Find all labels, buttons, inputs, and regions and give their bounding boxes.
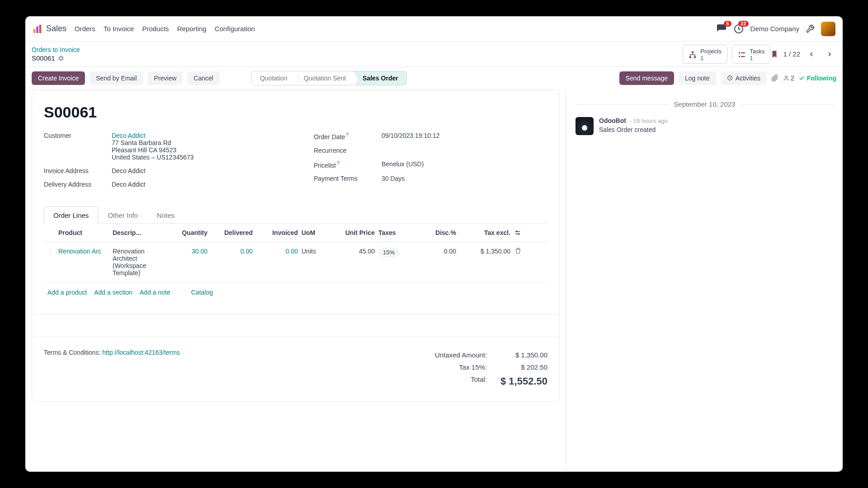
tab-notes[interactable]: Notes [147,206,184,224]
log-note-button[interactable]: Log note [679,71,716,85]
col-taxes[interactable]: Taxes [375,229,411,236]
nav-reporting[interactable]: Reporting [177,25,207,33]
attachment-icon[interactable] [771,75,778,82]
messages-badge: 5 [724,21,731,27]
pricelist-value[interactable]: Benelux (USD) [382,160,547,168]
svg-rect-6 [694,56,696,58]
help-icon[interactable]: ? [337,160,340,166]
status-sales-order[interactable]: Sales Order [354,71,406,85]
invoice-address-value[interactable]: Deco Addict [112,167,278,174]
col-delivered[interactable]: Delivered [208,229,253,236]
stat-tasks[interactable]: Tasks 1 [732,45,770,64]
col-uom[interactable]: UoM [298,229,330,236]
check-icon [799,75,805,81]
following-button[interactable]: Following [799,75,836,82]
status-quotation[interactable]: Quotation [252,71,296,85]
debug-icon[interactable] [806,24,815,33]
terms-link[interactable]: http://localhost:42163/terms [102,349,180,356]
col-description[interactable]: Descrip... [113,229,158,236]
add-note-link[interactable]: Add a note [140,289,170,296]
followers-count[interactable]: 2 [783,75,794,82]
gear-icon[interactable] [58,55,64,61]
col-unit-price[interactable]: Unit Price [330,229,375,236]
svg-rect-7 [739,52,740,53]
line-unit-price[interactable]: 45.00 [330,248,375,255]
line-uom[interactable]: Units [298,248,330,255]
help-icon[interactable]: ? [346,132,349,137]
chatter-date: September 10, 2023 [576,100,834,108]
activities-badge: 22 [738,21,748,27]
col-discount[interactable]: Disc.% [411,229,456,236]
catalog-link[interactable]: Catalog [191,289,213,296]
col-tax-excl[interactable]: Tax excl. [456,229,510,236]
order-line-row[interactable]: ⋮⋮ Renovation Arc Renovation Architect (… [44,242,547,282]
svg-rect-2 [39,24,42,33]
company-switcher[interactable]: Demo Company [750,25,799,33]
svg-point-15 [516,231,518,232]
preview-button[interactable]: Preview [148,71,183,85]
tab-order-lines[interactable]: Order Lines [44,206,98,224]
svg-rect-10 [741,56,745,57]
recurrence-label: Recurrence [314,147,382,154]
chevron-left-icon [808,51,815,58]
nav-configuration[interactable]: Configuration [215,25,255,33]
messages-icon[interactable]: 5 [716,23,727,34]
bookmark-icon[interactable] [770,50,778,59]
payment-terms-value[interactable]: 30 Days [382,175,547,182]
invoice-address-label: Invoice Address [44,167,112,174]
add-section-link[interactable]: Add a section [94,289,132,296]
customer-addr2: Pleasant Hill CA 94523 [112,146,278,154]
tab-other-info[interactable]: Other Info [98,206,147,224]
top-nav: Sales Orders To Invoice Products Reporti… [25,16,843,42]
pager-text[interactable]: 1 / 22 [783,50,800,58]
message-time: - 19 hours ago [630,117,668,124]
customer-label: Customer [44,132,112,139]
col-product[interactable]: Product [58,229,113,236]
line-tax-pill[interactable]: 15% [378,248,399,257]
activities-button[interactable]: Activities [721,71,767,85]
app-title[interactable]: Sales [46,24,66,33]
nav-to-invoice[interactable]: To Invoice [104,25,134,33]
line-delivered[interactable]: 0.00 [208,248,253,255]
nav-products[interactable]: Products [142,25,169,33]
payment-terms-label: Payment Terms [314,175,382,182]
line-quantity[interactable]: 30.00 [158,248,208,255]
svg-rect-0 [33,29,36,33]
message-author[interactable]: OdooBot [599,117,626,124]
send-email-button[interactable]: Send by Email [90,71,143,85]
total-value: $ 1,552.50 [498,375,547,387]
stat-projects[interactable]: Projects 1 [683,45,727,64]
col-invoiced[interactable]: Invoiced [253,229,298,236]
line-invoiced[interactable]: 0.00 [253,248,298,255]
create-invoice-button[interactable]: Create Invoice [32,71,85,85]
columns-settings-icon[interactable] [514,229,521,236]
order-date-value[interactable]: 09/10/2023 19:10:12 [382,132,547,139]
breadcrumb-parent[interactable]: Orders to Invoice [32,46,683,53]
send-message-button[interactable]: Send message [619,71,674,85]
tasks-icon [738,51,746,59]
delivery-address-value[interactable]: Deco Addict [112,181,278,188]
svg-point-12 [785,76,788,78]
line-product[interactable]: Renovation Arc [58,248,113,255]
add-product-link[interactable]: Add a product [47,289,87,296]
message-body: Sales Order created [599,126,668,133]
sitemap-icon [689,51,697,59]
drag-handle-icon[interactable]: ⋮⋮ [47,248,58,255]
activities-icon[interactable]: 22 [733,23,744,34]
tax-label: Tax 15%: [421,363,498,371]
nav-orders[interactable]: Orders [75,25,95,33]
svg-rect-1 [36,26,38,33]
pager-next-button[interactable] [823,47,836,61]
customer-link[interactable]: Deco Addict [112,132,278,139]
line-discount[interactable]: 0.00 [411,248,456,255]
user-avatar[interactable] [821,22,835,36]
svg-rect-8 [739,56,740,57]
record-title: S00061 [44,103,547,121]
cancel-button[interactable]: Cancel [187,71,220,85]
col-quantity[interactable]: Quantity [158,229,208,236]
status-quotation-sent[interactable]: Quotation Sent [296,71,354,85]
pager-prev-button[interactable] [805,47,818,61]
delete-line-icon[interactable] [515,248,521,254]
line-description[interactable]: Renovation Architect (Workspace Template… [113,248,158,277]
bot-avatar [576,117,594,135]
